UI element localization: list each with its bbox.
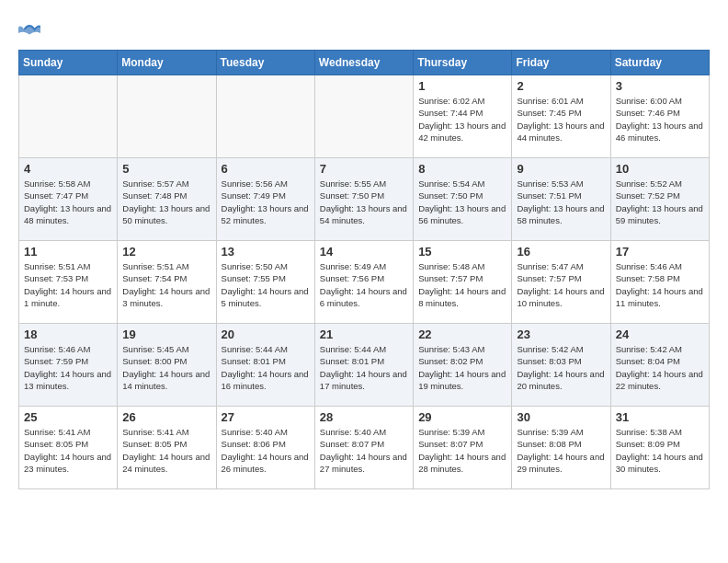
calendar-day-cell: 21Sunrise: 5:44 AMSunset: 8:01 PMDayligh…: [314, 324, 413, 407]
day-info: Sunrise: 5:53 AMSunset: 7:51 PMDaylight:…: [517, 178, 605, 226]
day-info: Sunrise: 5:41 AMSunset: 8:05 PMDaylight:…: [122, 426, 210, 475]
day-number: 8: [418, 162, 506, 176]
day-info: Sunrise: 5:51 AMSunset: 7:54 PMDaylight:…: [122, 260, 210, 309]
day-info: Sunrise: 6:00 AMSunset: 7:46 PMDaylight:…: [616, 95, 704, 144]
calendar-day-cell: 6Sunrise: 5:56 AMSunset: 7:49 PMDaylight…: [216, 158, 314, 241]
day-info: Sunrise: 5:40 AMSunset: 8:06 PMDaylight:…: [222, 426, 310, 475]
day-number: 16: [517, 245, 605, 259]
calendar-day-cell: 25Sunrise: 5:41 AMSunset: 8:05 PMDayligh…: [19, 407, 118, 489]
day-number: 23: [517, 327, 605, 341]
calendar-day-cell: 19Sunrise: 5:45 AMSunset: 8:00 PMDayligh…: [118, 324, 216, 407]
calendar-day-cell: [216, 75, 314, 158]
calendar-body: 1Sunrise: 6:02 AMSunset: 7:44 PMDaylight…: [19, 75, 710, 489]
calendar-week-row: 1Sunrise: 6:02 AMSunset: 7:44 PMDaylight…: [19, 75, 710, 158]
page-header: [18, 18, 710, 40]
day-info: Sunrise: 5:38 AMSunset: 8:09 PMDaylight:…: [616, 426, 704, 475]
calendar-day-cell: 3Sunrise: 6:00 AMSunset: 7:46 PMDaylight…: [610, 75, 709, 158]
calendar-day-cell: [118, 75, 216, 158]
day-info: Sunrise: 5:41 AMSunset: 8:05 PMDaylight:…: [24, 426, 112, 475]
calendar-day-cell: 29Sunrise: 5:39 AMSunset: 8:07 PMDayligh…: [414, 407, 512, 489]
day-number: 22: [418, 327, 506, 341]
day-info: Sunrise: 5:46 AMSunset: 7:58 PMDaylight:…: [616, 260, 704, 309]
day-number: 19: [122, 327, 210, 341]
calendar-day-cell: 30Sunrise: 5:39 AMSunset: 8:08 PMDayligh…: [512, 407, 610, 489]
calendar-day-cell: 1Sunrise: 6:02 AMSunset: 7:44 PMDaylight…: [414, 75, 512, 158]
calendar-day-cell: 24Sunrise: 5:42 AMSunset: 8:04 PMDayligh…: [610, 324, 709, 407]
day-info: Sunrise: 5:47 AMSunset: 7:57 PMDaylight:…: [517, 260, 605, 309]
calendar-day-cell: 4Sunrise: 5:58 AMSunset: 7:47 PMDaylight…: [19, 158, 118, 241]
calendar-day-cell: 5Sunrise: 5:57 AMSunset: 7:48 PMDaylight…: [118, 158, 216, 241]
calendar-day-cell: 18Sunrise: 5:46 AMSunset: 7:59 PMDayligh…: [19, 324, 118, 407]
calendar-day-cell: [314, 75, 413, 158]
calendar-header: SundayMondayTuesdayWednesdayThursdayFrid…: [19, 51, 710, 75]
day-number: 1: [418, 79, 506, 93]
calendar-day-cell: 16Sunrise: 5:47 AMSunset: 7:57 PMDayligh…: [512, 241, 610, 324]
calendar-day-cell: 20Sunrise: 5:44 AMSunset: 8:01 PMDayligh…: [216, 324, 314, 407]
calendar-week-row: 11Sunrise: 5:51 AMSunset: 7:53 PMDayligh…: [19, 241, 710, 324]
calendar-day-cell: 28Sunrise: 5:40 AMSunset: 8:07 PMDayligh…: [314, 407, 413, 489]
day-number: 15: [418, 245, 506, 259]
day-number: 12: [122, 245, 210, 259]
day-info: Sunrise: 6:02 AMSunset: 7:44 PMDaylight:…: [418, 95, 506, 144]
day-number: 7: [320, 162, 408, 176]
day-info: Sunrise: 5:56 AMSunset: 7:49 PMDaylight:…: [222, 178, 310, 226]
calendar-day-cell: 12Sunrise: 5:51 AMSunset: 7:54 PMDayligh…: [118, 241, 216, 324]
day-number: 4: [24, 162, 112, 176]
day-info: Sunrise: 5:46 AMSunset: 7:59 PMDaylight:…: [24, 343, 112, 392]
day-number: 27: [222, 410, 310, 424]
weekday-header: Tuesday: [216, 51, 314, 75]
day-number: 21: [320, 327, 408, 341]
day-info: Sunrise: 5:54 AMSunset: 7:50 PMDaylight:…: [418, 178, 506, 226]
weekday-header-row: SundayMondayTuesdayWednesdayThursdayFrid…: [19, 51, 710, 75]
calendar-day-cell: 15Sunrise: 5:48 AMSunset: 7:57 PMDayligh…: [414, 241, 512, 324]
day-number: 25: [24, 410, 112, 424]
calendar-day-cell: 23Sunrise: 5:42 AMSunset: 8:03 PMDayligh…: [512, 324, 610, 407]
day-info: Sunrise: 5:42 AMSunset: 8:03 PMDaylight:…: [517, 343, 605, 392]
day-info: Sunrise: 5:52 AMSunset: 7:52 PMDaylight:…: [616, 178, 704, 226]
day-info: Sunrise: 5:50 AMSunset: 7:55 PMDaylight:…: [222, 260, 310, 309]
calendar-day-cell: 7Sunrise: 5:55 AMSunset: 7:50 PMDaylight…: [314, 158, 413, 241]
day-number: 10: [616, 162, 704, 176]
day-info: Sunrise: 5:40 AMSunset: 8:07 PMDaylight:…: [320, 426, 408, 475]
day-number: 13: [222, 245, 310, 259]
day-info: Sunrise: 5:57 AMSunset: 7:48 PMDaylight:…: [122, 178, 210, 226]
day-number: 29: [418, 410, 506, 424]
day-number: 31: [616, 410, 704, 424]
calendar-day-cell: 31Sunrise: 5:38 AMSunset: 8:09 PMDayligh…: [610, 407, 709, 489]
day-number: 26: [122, 410, 210, 424]
day-info: Sunrise: 5:55 AMSunset: 7:50 PMDaylight:…: [320, 178, 408, 226]
weekday-header: Monday: [118, 51, 216, 75]
day-info: Sunrise: 5:49 AMSunset: 7:56 PMDaylight:…: [320, 260, 408, 309]
calendar-week-row: 25Sunrise: 5:41 AMSunset: 8:05 PMDayligh…: [19, 407, 710, 489]
calendar-day-cell: 11Sunrise: 5:51 AMSunset: 7:53 PMDayligh…: [19, 241, 118, 324]
calendar-week-row: 4Sunrise: 5:58 AMSunset: 7:47 PMDaylight…: [19, 158, 710, 241]
calendar-day-cell: 17Sunrise: 5:46 AMSunset: 7:58 PMDayligh…: [610, 241, 709, 324]
calendar-day-cell: 10Sunrise: 5:52 AMSunset: 7:52 PMDayligh…: [610, 158, 709, 241]
day-number: 2: [517, 79, 605, 93]
calendar-day-cell: 9Sunrise: 5:53 AMSunset: 7:51 PMDaylight…: [512, 158, 610, 241]
day-number: 30: [517, 410, 605, 424]
day-number: 14: [320, 245, 408, 259]
logo: [18, 18, 44, 40]
weekday-header: Saturday: [610, 51, 709, 75]
day-info: Sunrise: 5:43 AMSunset: 8:02 PMDaylight:…: [418, 343, 506, 392]
logo-icon: [18, 18, 40, 40]
day-number: 28: [320, 410, 408, 424]
calendar-day-cell: 8Sunrise: 5:54 AMSunset: 7:50 PMDaylight…: [414, 158, 512, 241]
day-number: 18: [24, 327, 112, 341]
calendar-day-cell: 22Sunrise: 5:43 AMSunset: 8:02 PMDayligh…: [414, 324, 512, 407]
day-number: 17: [616, 245, 704, 259]
day-info: Sunrise: 5:39 AMSunset: 8:07 PMDaylight:…: [418, 426, 506, 475]
day-number: 24: [616, 327, 704, 341]
day-info: Sunrise: 5:45 AMSunset: 8:00 PMDaylight:…: [122, 343, 210, 392]
calendar-day-cell: 2Sunrise: 6:01 AMSunset: 7:45 PMDaylight…: [512, 75, 610, 158]
day-number: 11: [24, 245, 112, 259]
day-info: Sunrise: 5:48 AMSunset: 7:57 PMDaylight:…: [418, 260, 506, 309]
day-number: 3: [616, 79, 704, 93]
calendar-day-cell: 26Sunrise: 5:41 AMSunset: 8:05 PMDayligh…: [118, 407, 216, 489]
calendar-day-cell: 27Sunrise: 5:40 AMSunset: 8:06 PMDayligh…: [216, 407, 314, 489]
day-info: Sunrise: 5:58 AMSunset: 7:47 PMDaylight:…: [24, 178, 112, 226]
calendar-week-row: 18Sunrise: 5:46 AMSunset: 7:59 PMDayligh…: [19, 324, 710, 407]
day-info: Sunrise: 5:39 AMSunset: 8:08 PMDaylight:…: [517, 426, 605, 475]
day-number: 9: [517, 162, 605, 176]
